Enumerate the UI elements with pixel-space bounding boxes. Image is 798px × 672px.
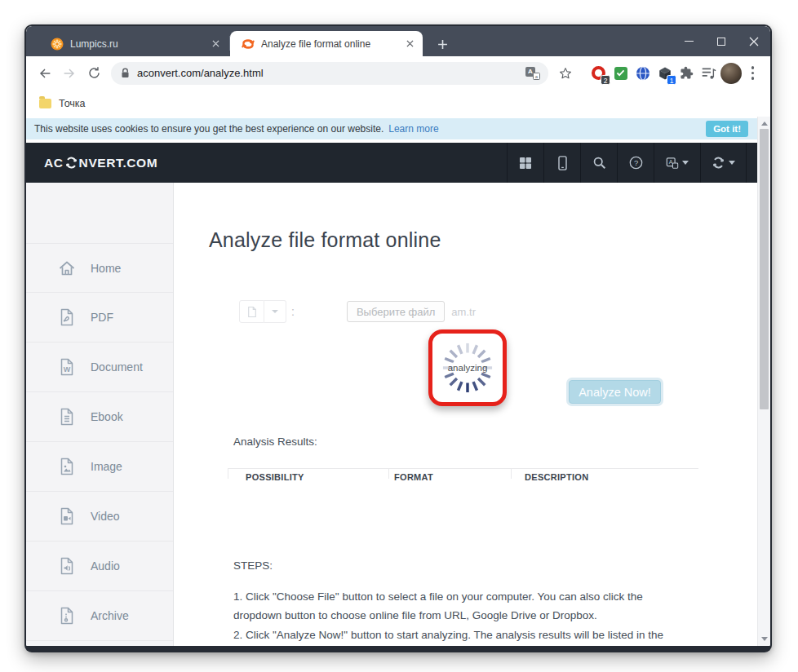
column-header-possibility: POSSIBILITY xyxy=(246,472,304,482)
tab-title: Analyze file format online xyxy=(261,38,403,50)
bookmark-star-icon[interactable] xyxy=(553,61,578,86)
main-content: Analyze file format online : Выберите фа… xyxy=(175,183,757,646)
tab-close-icon[interactable] xyxy=(209,38,222,51)
search-icon[interactable] xyxy=(580,143,617,183)
sidebar: Home PDF W Document Ebook Image xyxy=(26,183,174,646)
lumpics-favicon xyxy=(51,38,64,51)
sidebar-item-audio[interactable]: Audio xyxy=(26,542,173,591)
analyzing-status-text: analyzing xyxy=(437,363,498,373)
got-it-button[interactable]: Got it! xyxy=(706,121,748,137)
apps-grid-icon[interactable] xyxy=(507,143,543,183)
sidebar-item-ebook[interactable]: Ebook xyxy=(26,392,173,442)
reload-button[interactable] xyxy=(82,61,106,86)
analyzing-highlight-box: analyzing xyxy=(428,329,507,406)
sidebar-item-home[interactable]: Home xyxy=(26,243,173,293)
svg-text:?: ? xyxy=(633,158,637,167)
learn-more-link[interactable]: Learn more xyxy=(388,123,438,135)
bookmark-folder-icon xyxy=(39,99,51,108)
page-viewport: This website uses cookies to ensure you … xyxy=(26,117,770,646)
extension-cube-icon[interactable]: 1 xyxy=(654,62,676,85)
analyze-now-button[interactable]: Analyze Now! xyxy=(569,380,661,404)
column-header-description: DESCRIPTION xyxy=(525,472,588,482)
column-header-format: FORMAT xyxy=(394,472,433,482)
pdf-file-icon xyxy=(57,307,77,327)
minimize-button[interactable] xyxy=(672,26,705,56)
back-button[interactable] xyxy=(33,61,57,86)
url-text: aconvert.com/analyze.html xyxy=(137,67,525,79)
help-icon[interactable]: ? xyxy=(617,143,654,183)
file-icon xyxy=(247,306,257,318)
separator-colon: : xyxy=(291,305,295,318)
extensions-puzzle-icon[interactable] xyxy=(676,62,698,85)
profile-avatar[interactable] xyxy=(720,62,742,85)
tab-lumpics[interactable]: Lumpics.ru xyxy=(39,31,228,56)
cookie-message: This website uses cookies to ensure you … xyxy=(34,123,383,135)
chevron-down-icon xyxy=(729,161,735,165)
site-logo[interactable]: AC NVERT.COM xyxy=(44,156,157,170)
audio-file-icon xyxy=(57,556,77,576)
browser-toolbar: aconvert.com/analyze.html A a 2 1 xyxy=(26,56,770,90)
logo-convert-icon xyxy=(64,156,78,170)
lock-icon xyxy=(121,68,130,78)
mobile-icon[interactable] xyxy=(543,143,580,183)
bookmark-folder[interactable]: Точка xyxy=(59,98,86,109)
sidebar-item-pdf[interactable]: PDF xyxy=(26,293,173,343)
home-icon xyxy=(57,259,77,278)
analyzing-spinner: analyzing xyxy=(437,338,498,398)
browser-menu-icon[interactable] xyxy=(742,62,764,85)
translate-icon[interactable]: A a xyxy=(525,67,540,80)
file-source-dropdown[interactable] xyxy=(264,300,286,323)
word-file-icon: W xyxy=(57,357,77,377)
close-button[interactable] xyxy=(738,26,770,56)
scroll-up-arrow[interactable] xyxy=(761,122,768,126)
chevron-down-icon xyxy=(272,310,278,313)
forward-button[interactable] xyxy=(57,61,82,86)
choose-file-button[interactable]: Выберите файл xyxy=(347,301,445,322)
file-type-button[interactable] xyxy=(239,300,264,323)
steps-label: STEPS: xyxy=(233,559,273,572)
tab-close-icon[interactable] xyxy=(403,38,416,51)
sidebar-item-video[interactable]: Video xyxy=(26,492,173,542)
chevron-down-icon xyxy=(682,161,689,165)
results-table-border xyxy=(228,468,698,469)
step-2-text: 2. Click "Analyze Now!" button to start … xyxy=(233,626,770,644)
address-bar[interactable]: aconvert.com/analyze.html A a xyxy=(111,62,548,85)
scrollbar-thumb[interactable] xyxy=(760,129,769,409)
sidebar-item-archive[interactable]: Archive xyxy=(26,591,173,641)
refresh-icon xyxy=(712,156,725,170)
sidebar-item-document[interactable]: W Document xyxy=(26,343,173,392)
file-input-row: : Выберите файл am.tr xyxy=(239,300,476,323)
ebook-file-icon xyxy=(57,407,77,427)
page-title: Analyze file format online xyxy=(209,228,441,252)
tab-title: Lumpics.ru xyxy=(70,38,209,50)
aconvert-favicon xyxy=(242,38,255,51)
translate-icon: A xyxy=(666,157,679,170)
cookie-banner: This website uses cookies to ensure you … xyxy=(26,118,757,139)
playlist-icon[interactable] xyxy=(698,62,720,85)
bookmarks-bar: Точка xyxy=(26,90,770,117)
tab-aconvert[interactable]: Analyze file format online xyxy=(230,31,423,56)
browser-window: Lumpics.ru Analyze file format online xyxy=(24,24,772,652)
selected-filename: am.tr xyxy=(451,306,476,318)
language-menu[interactable]: A xyxy=(654,143,700,183)
step-1-text: 1. Click "Choose File" button to select … xyxy=(233,587,655,625)
svg-text:W: W xyxy=(64,365,71,374)
site-navbar: AC NVERT.COM ? xyxy=(26,143,757,183)
convert-menu[interactable] xyxy=(700,143,747,183)
page-scrollbar[interactable] xyxy=(757,117,770,646)
archive-file-icon xyxy=(57,606,77,626)
extension-red-icon[interactable]: 2 xyxy=(587,62,610,85)
maximize-button[interactable] xyxy=(705,26,738,56)
image-file-icon xyxy=(57,457,77,476)
extension-check-icon[interactable] xyxy=(610,62,632,85)
scroll-down-arrow[interactable] xyxy=(761,637,768,641)
results-label: Analysis Results: xyxy=(233,435,317,448)
new-tab-button[interactable] xyxy=(432,34,452,54)
titlebar: Lumpics.ru Analyze file format online xyxy=(26,26,770,56)
extension-globe-icon[interactable] xyxy=(632,62,654,85)
sidebar-item-image[interactable]: Image xyxy=(26,442,173,492)
video-file-icon xyxy=(57,506,77,526)
